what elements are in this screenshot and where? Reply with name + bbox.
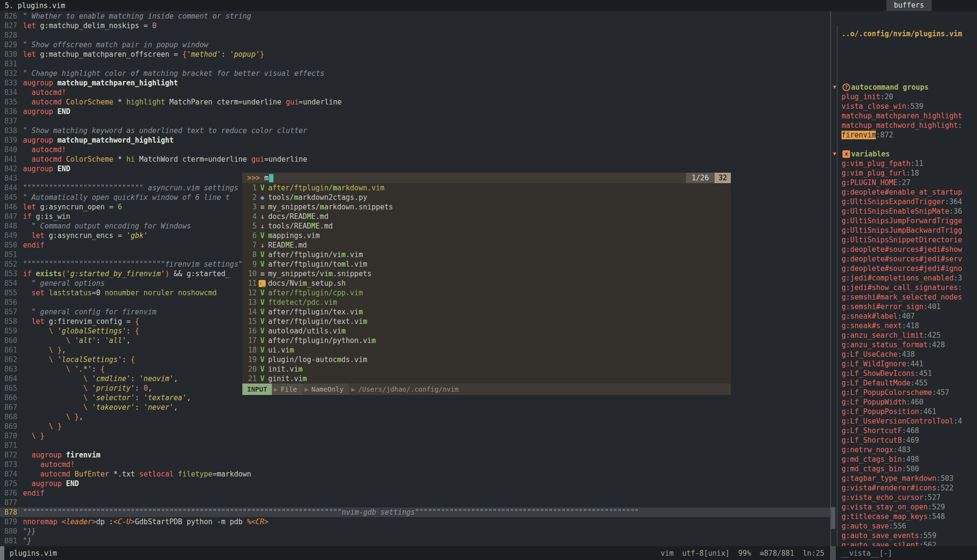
vista-item[interactable]: g:deoplete#enable_at_startup (842, 187, 977, 197)
code-line[interactable]: 867 \ 'takeover': 'never', (0, 403, 830, 412)
code-line[interactable]: 835 autocmd ColorScheme * highlight Matc… (0, 97, 830, 107)
popup-file-row[interactable]: 15Vafter/ftplugin/text.vim (242, 317, 731, 326)
popup-file-row[interactable]: 4↓docs/README.md (242, 212, 731, 221)
code-line[interactable]: 840 autocmd! (0, 145, 830, 155)
vista-item[interactable]: g:Lf_UseCache:438 (842, 350, 977, 359)
code-line[interactable]: 832" Change highlight color of matching … (0, 69, 830, 78)
code-line[interactable]: 836augroup END (0, 107, 830, 116)
popup-file-row[interactable]: 18Vui.vim (242, 345, 731, 355)
code-line[interactable]: 829" Show offscreen match pair in popup … (0, 40, 830, 50)
vista-item[interactable]: g:Lf_ShortcutB:469 (842, 436, 977, 445)
popup-file-row[interactable]: 3≡my_snippets/markdown.snippets (242, 202, 731, 212)
popup-file-row[interactable]: 5↓tools/README.md (242, 221, 731, 231)
code-line[interactable]: 879nnoremap <leader>dp :<C-U>GdbStartPDB… (0, 517, 830, 527)
code-line[interactable]: 870 \ } (0, 431, 830, 441)
code-line[interactable]: 875 augroup END (0, 479, 830, 488)
popup-file-row[interactable]: 1Vafter/ftplugin/markdown.vim (242, 183, 731, 193)
code-line[interactable]: 830let g:matchup_matchparen_offscreen = … (0, 50, 830, 59)
collapse-arrow-icon[interactable]: ▼ (833, 83, 842, 92)
vista-item[interactable]: g:Lf_PopupWidth:460 (842, 397, 977, 407)
vista-item[interactable]: g:UltiSnipsEnableSnipMate:36 (842, 207, 977, 216)
vista-item[interactable]: g:UltiSnipsExpandTrigger:364 (842, 197, 977, 207)
vista-item[interactable]: g:Lf_ShortcutF:468 (842, 426, 977, 436)
vista-item[interactable]: g:auto_save_events:559 (842, 531, 977, 540)
code-line[interactable]: 881"} (0, 536, 830, 546)
vista-item[interactable]: g:sneak#label:407 (842, 311, 977, 321)
vista-item[interactable]: g:Lf_PopupColorscheme:457 (842, 388, 977, 397)
popup-file-row[interactable]: 11›_docs/Nvim_setup.sh (242, 279, 731, 288)
code-line[interactable]: 842augroup END (0, 164, 830, 174)
code-line[interactable]: 874 autocmd BufEnter *.txt setlocal file… (0, 469, 830, 479)
code-line[interactable]: 831 (0, 59, 830, 69)
vista-item[interactable]: plug_init:20 (842, 92, 977, 102)
popup-file-row[interactable]: 14Vafter/ftplugin/tex.vim (242, 307, 731, 317)
vista-item[interactable]: g:vista_stay_on_open:529 (842, 502, 977, 512)
vista-item[interactable]: g:sneak#s_next:418 (842, 321, 977, 331)
vista-item[interactable]: firenvim:872 (842, 130, 977, 140)
code-line[interactable]: 837 (0, 116, 830, 126)
vista-item[interactable]: g:jedi#show_call_signatures: (842, 283, 977, 292)
code-line[interactable]: 838" Show matching keyword as underlined… (0, 126, 830, 135)
popup-file-row[interactable]: 7↓README.md (242, 240, 731, 250)
collapse-arrow-icon[interactable]: ▼ (833, 149, 842, 159)
popup-file-row[interactable]: 20Vinit.vim (242, 364, 731, 374)
code-line[interactable]: 876endif (0, 488, 830, 498)
vista-item[interactable]: matchup_matchparen_highlight (842, 111, 977, 121)
popup-file-row[interactable]: 9Vafter/ftplugin/toml.vim (242, 259, 731, 269)
vista-item[interactable]: g:auto_save_silent:562 (842, 540, 977, 546)
popup-file-row[interactable]: 8Vafter/ftplugin/vim.vim (242, 250, 731, 259)
vista-item[interactable]: g:md_ctags_bin:500 (842, 464, 977, 474)
vista-item[interactable]: g:vim_plug_fpath:11 (842, 159, 977, 168)
leaderf-popup[interactable]: >>> m 1/26 32 1Vafter/ftplugin/markdown.… (242, 173, 731, 395)
code-line[interactable]: 826" Whether to enable matching inside c… (0, 11, 830, 21)
vista-sidebar[interactable]: ..o/.config/nvim/plugins.vim ▼?autocomma… (830, 11, 977, 546)
vista-item[interactable]: g:md_ctags_bin:498 (842, 455, 977, 464)
popup-file-row[interactable]: 13Vftdetect/pdc.vim (242, 298, 731, 307)
search-input[interactable]: m (260, 174, 269, 182)
popup-search-bar[interactable]: >>> m 1/26 32 (242, 173, 731, 183)
popup-file-row[interactable]: 12Vafter/ftplugin/cpp.vim (242, 288, 731, 298)
vista-item[interactable]: g:deoplete#sources#jedi#igno (842, 264, 977, 273)
vista-item[interactable]: g:UltiSnipsJumpBackwardTrigg (842, 226, 977, 235)
code-line[interactable]: 839augroup matchup_matchword_highlight (0, 135, 830, 145)
vista-item[interactable]: g:titlecase_map_keys:548 (842, 512, 977, 521)
vista-section-variables[interactable]: ▼xvariables (842, 149, 977, 159)
code-line[interactable]: 872 augroup firenvim (0, 450, 830, 460)
vista-item[interactable]: g:Lf_WildIgnore:441 (842, 359, 977, 369)
vista-item[interactable]: g:UltiSnipsJumpForwardTrigge (842, 216, 977, 226)
vista-item[interactable]: g:netrw_nogx:483 (842, 445, 977, 455)
vista-item[interactable]: matchup_matchword_highlight: (842, 121, 977, 130)
code-line[interactable]: 834 autocmd! (0, 88, 830, 97)
vista-item[interactable]: g:anzu_status_format:428 (842, 340, 977, 350)
vista-item[interactable]: g:semshi#error_sign:401 (842, 302, 977, 311)
code-line[interactable]: 869 \ } (0, 422, 830, 431)
vista-item[interactable]: g:UltiSnipsSnippetDirectorie (842, 235, 977, 245)
vista-item[interactable]: g:deoplete#sources#jedi#serv (842, 254, 977, 264)
vista-item[interactable]: g:vim_plug_furl:18 (842, 168, 977, 178)
code-line[interactable]: 877 (0, 498, 830, 508)
code-line[interactable]: 828 (0, 31, 830, 40)
code-line[interactable]: 880"}} (0, 527, 830, 536)
vista-item[interactable]: g:Lf_DefaultMode:455 (842, 378, 977, 388)
vista-item[interactable]: g:vista#renderer#icons:522 (842, 483, 977, 493)
vista-item[interactable]: g:semshi#mark_selected_nodes (842, 292, 977, 302)
popup-file-row[interactable]: 21Vginit.vim (242, 374, 731, 384)
code-line[interactable]: 878"""""""""""""""""""""""""""""""""""""… (0, 508, 830, 517)
code-line[interactable]: 827let g:matchup_delim_noskips = 0 (0, 21, 830, 31)
vista-item[interactable]: g:PLUGIN_HOME:27 (842, 178, 977, 187)
code-line[interactable]: 841 autocmd ColorScheme * hi MatchWord c… (0, 155, 830, 164)
code-line[interactable]: 868 \ }, (0, 412, 830, 422)
code-line[interactable]: 833augroup matchup_matchparen_highlight (0, 78, 830, 88)
vista-item[interactable]: g:Lf_UseVersionControlTool:4 (842, 416, 977, 426)
vista-item[interactable]: g:Lf_PopupPosition:461 (842, 407, 977, 416)
vista-item[interactable]: g:deoplete#sources#jedi#show (842, 245, 977, 254)
popup-file-row[interactable]: 2◆tools/markdown2ctags.py (242, 193, 731, 202)
popup-file-row[interactable]: 19Vplugin/log-autocmds.vim (242, 355, 731, 364)
vista-item[interactable]: g:anzu_search_limit:425 (842, 331, 977, 340)
code-line[interactable]: 873 autocmd! (0, 460, 830, 469)
popup-file-row[interactable]: 10≡my_snippets/vim.snippets (242, 269, 731, 279)
vista-item[interactable]: g:jedi#completions_enabled:3 (842, 273, 977, 283)
tab-buffers[interactable]: buffers (886, 0, 932, 11)
code-line[interactable]: 871 (0, 441, 830, 450)
popup-file-row[interactable]: 16Vautoload/utils.vim (242, 326, 731, 336)
